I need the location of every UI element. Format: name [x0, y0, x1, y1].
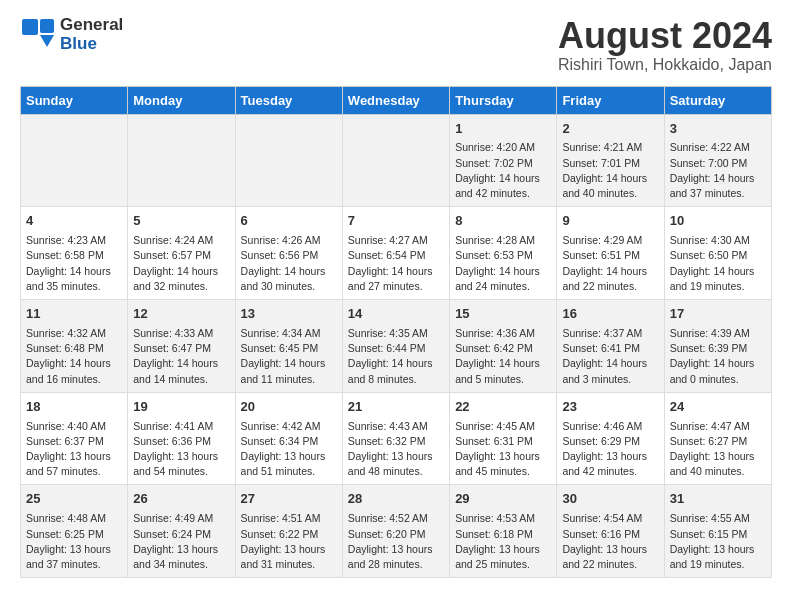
- calendar-cell: 30Sunrise: 4:54 AM Sunset: 6:16 PM Dayli…: [557, 485, 664, 578]
- day-number: 8: [455, 212, 551, 231]
- calendar-cell: 9Sunrise: 4:29 AM Sunset: 6:51 PM Daylig…: [557, 207, 664, 300]
- day-number: 30: [562, 490, 658, 509]
- day-detail: Sunrise: 4:51 AM Sunset: 6:22 PM Dayligh…: [241, 511, 337, 572]
- day-number: 15: [455, 305, 551, 324]
- calendar-cell: 21Sunrise: 4:43 AM Sunset: 6:32 PM Dayli…: [342, 392, 449, 485]
- calendar-cell: 14Sunrise: 4:35 AM Sunset: 6:44 PM Dayli…: [342, 300, 449, 393]
- day-number: 7: [348, 212, 444, 231]
- calendar-week-row: 25Sunrise: 4:48 AM Sunset: 6:25 PM Dayli…: [21, 485, 772, 578]
- calendar-cell: 8Sunrise: 4:28 AM Sunset: 6:53 PM Daylig…: [450, 207, 557, 300]
- calendar-cell: 6Sunrise: 4:26 AM Sunset: 6:56 PM Daylig…: [235, 207, 342, 300]
- day-detail: Sunrise: 4:47 AM Sunset: 6:27 PM Dayligh…: [670, 419, 766, 480]
- day-number: 19: [133, 398, 229, 417]
- day-number: 29: [455, 490, 551, 509]
- day-number: 5: [133, 212, 229, 231]
- calendar-cell: 5Sunrise: 4:24 AM Sunset: 6:57 PM Daylig…: [128, 207, 235, 300]
- calendar-week-row: 11Sunrise: 4:32 AM Sunset: 6:48 PM Dayli…: [21, 300, 772, 393]
- day-detail: Sunrise: 4:54 AM Sunset: 6:16 PM Dayligh…: [562, 511, 658, 572]
- day-number: 2: [562, 120, 658, 139]
- svg-rect-1: [22, 19, 38, 35]
- weekday-header-monday: Monday: [128, 86, 235, 114]
- day-detail: Sunrise: 4:41 AM Sunset: 6:36 PM Dayligh…: [133, 419, 229, 480]
- day-number: 17: [670, 305, 766, 324]
- day-number: 14: [348, 305, 444, 324]
- day-number: 18: [26, 398, 122, 417]
- day-detail: Sunrise: 4:33 AM Sunset: 6:47 PM Dayligh…: [133, 326, 229, 387]
- day-number: 21: [348, 398, 444, 417]
- calendar-cell: 22Sunrise: 4:45 AM Sunset: 6:31 PM Dayli…: [450, 392, 557, 485]
- day-detail: Sunrise: 4:48 AM Sunset: 6:25 PM Dayligh…: [26, 511, 122, 572]
- calendar-cell: 4Sunrise: 4:23 AM Sunset: 6:58 PM Daylig…: [21, 207, 128, 300]
- weekday-header-wednesday: Wednesday: [342, 86, 449, 114]
- title-block: August 2024 Rishiri Town, Hokkaido, Japa…: [558, 16, 772, 74]
- logo-text-blue: Blue: [60, 35, 123, 54]
- calendar-week-row: 1Sunrise: 4:20 AM Sunset: 7:02 PM Daylig…: [21, 114, 772, 207]
- day-detail: Sunrise: 4:53 AM Sunset: 6:18 PM Dayligh…: [455, 511, 551, 572]
- day-number: 28: [348, 490, 444, 509]
- day-detail: Sunrise: 4:46 AM Sunset: 6:29 PM Dayligh…: [562, 419, 658, 480]
- calendar-cell: [342, 114, 449, 207]
- calendar-subtitle: Rishiri Town, Hokkaido, Japan: [558, 56, 772, 74]
- day-detail: Sunrise: 4:36 AM Sunset: 6:42 PM Dayligh…: [455, 326, 551, 387]
- calendar-cell: 15Sunrise: 4:36 AM Sunset: 6:42 PM Dayli…: [450, 300, 557, 393]
- day-detail: Sunrise: 4:28 AM Sunset: 6:53 PM Dayligh…: [455, 233, 551, 294]
- day-detail: Sunrise: 4:29 AM Sunset: 6:51 PM Dayligh…: [562, 233, 658, 294]
- calendar-cell: [128, 114, 235, 207]
- weekday-header-sunday: Sunday: [21, 86, 128, 114]
- day-number: 25: [26, 490, 122, 509]
- calendar-cell: 26Sunrise: 4:49 AM Sunset: 6:24 PM Dayli…: [128, 485, 235, 578]
- day-number: 1: [455, 120, 551, 139]
- day-detail: Sunrise: 4:37 AM Sunset: 6:41 PM Dayligh…: [562, 326, 658, 387]
- day-number: 20: [241, 398, 337, 417]
- calendar-cell: 11Sunrise: 4:32 AM Sunset: 6:48 PM Dayli…: [21, 300, 128, 393]
- day-detail: Sunrise: 4:39 AM Sunset: 6:39 PM Dayligh…: [670, 326, 766, 387]
- day-detail: Sunrise: 4:35 AM Sunset: 6:44 PM Dayligh…: [348, 326, 444, 387]
- calendar-cell: 31Sunrise: 4:55 AM Sunset: 6:15 PM Dayli…: [664, 485, 771, 578]
- day-number: 27: [241, 490, 337, 509]
- weekday-header-saturday: Saturday: [664, 86, 771, 114]
- day-number: 31: [670, 490, 766, 509]
- day-detail: Sunrise: 4:21 AM Sunset: 7:01 PM Dayligh…: [562, 140, 658, 201]
- day-detail: Sunrise: 4:42 AM Sunset: 6:34 PM Dayligh…: [241, 419, 337, 480]
- calendar-cell: 23Sunrise: 4:46 AM Sunset: 6:29 PM Dayli…: [557, 392, 664, 485]
- day-number: 3: [670, 120, 766, 139]
- day-number: 13: [241, 305, 337, 324]
- calendar-cell: 20Sunrise: 4:42 AM Sunset: 6:34 PM Dayli…: [235, 392, 342, 485]
- calendar-week-row: 4Sunrise: 4:23 AM Sunset: 6:58 PM Daylig…: [21, 207, 772, 300]
- calendar-cell: 17Sunrise: 4:39 AM Sunset: 6:39 PM Dayli…: [664, 300, 771, 393]
- calendar-cell: 27Sunrise: 4:51 AM Sunset: 6:22 PM Dayli…: [235, 485, 342, 578]
- calendar-cell: 16Sunrise: 4:37 AM Sunset: 6:41 PM Dayli…: [557, 300, 664, 393]
- calendar-cell: [21, 114, 128, 207]
- calendar-table: SundayMondayTuesdayWednesdayThursdayFrid…: [20, 86, 772, 579]
- day-number: 4: [26, 212, 122, 231]
- day-detail: Sunrise: 4:20 AM Sunset: 7:02 PM Dayligh…: [455, 140, 551, 201]
- page-header: General Blue August 2024 Rishiri Town, H…: [20, 16, 772, 74]
- calendar-week-row: 18Sunrise: 4:40 AM Sunset: 6:37 PM Dayli…: [21, 392, 772, 485]
- calendar-title: August 2024: [558, 16, 772, 56]
- logo-icon: [20, 17, 56, 53]
- calendar-cell: 1Sunrise: 4:20 AM Sunset: 7:02 PM Daylig…: [450, 114, 557, 207]
- svg-rect-2: [40, 19, 54, 33]
- day-number: 11: [26, 305, 122, 324]
- day-detail: Sunrise: 4:22 AM Sunset: 7:00 PM Dayligh…: [670, 140, 766, 201]
- logo-text-general: General: [60, 16, 123, 35]
- day-detail: Sunrise: 4:30 AM Sunset: 6:50 PM Dayligh…: [670, 233, 766, 294]
- calendar-cell: 2Sunrise: 4:21 AM Sunset: 7:01 PM Daylig…: [557, 114, 664, 207]
- calendar-cell: 19Sunrise: 4:41 AM Sunset: 6:36 PM Dayli…: [128, 392, 235, 485]
- logo: General Blue: [20, 16, 123, 53]
- weekday-header-thursday: Thursday: [450, 86, 557, 114]
- calendar-cell: 10Sunrise: 4:30 AM Sunset: 6:50 PM Dayli…: [664, 207, 771, 300]
- day-detail: Sunrise: 4:55 AM Sunset: 6:15 PM Dayligh…: [670, 511, 766, 572]
- day-detail: Sunrise: 4:43 AM Sunset: 6:32 PM Dayligh…: [348, 419, 444, 480]
- day-number: 22: [455, 398, 551, 417]
- calendar-cell: 13Sunrise: 4:34 AM Sunset: 6:45 PM Dayli…: [235, 300, 342, 393]
- calendar-cell: 28Sunrise: 4:52 AM Sunset: 6:20 PM Dayli…: [342, 485, 449, 578]
- day-number: 26: [133, 490, 229, 509]
- day-detail: Sunrise: 4:24 AM Sunset: 6:57 PM Dayligh…: [133, 233, 229, 294]
- calendar-cell: 29Sunrise: 4:53 AM Sunset: 6:18 PM Dayli…: [450, 485, 557, 578]
- day-detail: Sunrise: 4:32 AM Sunset: 6:48 PM Dayligh…: [26, 326, 122, 387]
- day-detail: Sunrise: 4:26 AM Sunset: 6:56 PM Dayligh…: [241, 233, 337, 294]
- day-detail: Sunrise: 4:45 AM Sunset: 6:31 PM Dayligh…: [455, 419, 551, 480]
- weekday-header-friday: Friday: [557, 86, 664, 114]
- day-detail: Sunrise: 4:27 AM Sunset: 6:54 PM Dayligh…: [348, 233, 444, 294]
